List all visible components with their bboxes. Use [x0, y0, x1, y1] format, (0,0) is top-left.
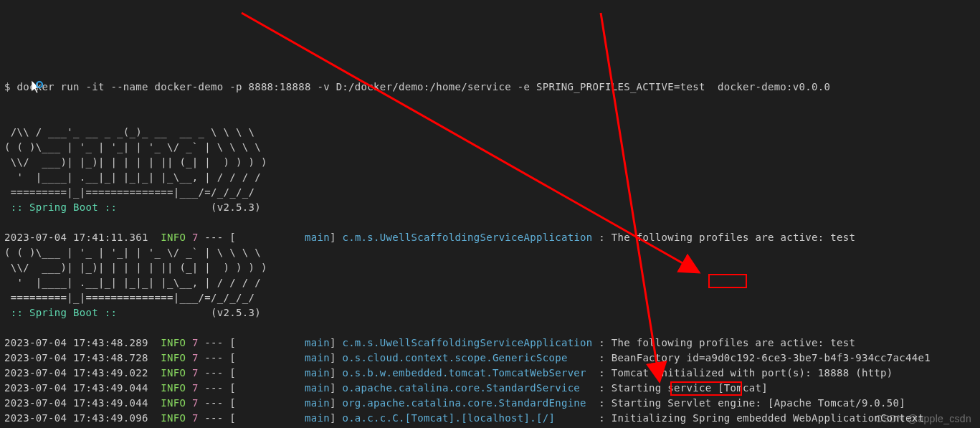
spring-version-1: (v2.5.3) — [211, 201, 261, 213]
spring-boot-label-2: :: Spring Boot :: — [4, 307, 123, 318]
prompt-symbol: $ — [4, 81, 16, 92]
log-level: INFO — [161, 232, 186, 243]
watermark: CSDN @apple_csdn — [875, 412, 971, 427]
spring-ascii-banner-1: /\\ / ___'_ __ _ _(_)_ __ __ _ \ \ \ \ (… — [4, 126, 267, 198]
log-line: 2023-07-04 17:43:48.289 INFO 7 --- [ mai… — [4, 337, 855, 348]
spring-ascii-banner-2: ( ( )\___ | '_ | '_| | '_ \/ _` | \ \ \ … — [4, 247, 267, 303]
log-logger: c.m.s.UwellScaffoldingServiceApplication — [342, 232, 592, 243]
command-line: $ docker run -it --name docker-demo -p 8… — [4, 81, 830, 92]
log-line: 2023-07-04 17:43:49.022 INFO 7 --- [ mai… — [4, 367, 893, 379]
log-line: 2023-07-04 17:43:49.044 INFO 7 --- [ mai… — [4, 397, 905, 409]
spring-boot-label-1: :: Spring Boot :: — [4, 201, 123, 213]
log-thread: main — [305, 232, 330, 243]
log-pid: 7 — [192, 232, 199, 243]
spring-version-2: (v2.5.3) — [211, 307, 261, 318]
log-line: 2023-07-04 17:43:49.044 INFO 7 --- [ mai… — [4, 382, 768, 394]
log-line: 2023-07-04 17:43:49.096 INFO 7 --- [ mai… — [4, 412, 924, 424]
log-line: 2023-07-04 17:43:48.728 INFO 7 --- [ mai… — [4, 352, 931, 363]
terminal-output: $ docker run -it --name docker-demo -p 8… — [4, 65, 976, 428]
log-ts: 2023-07-04 17:41:11.361 — [4, 232, 148, 243]
docker-command: docker run -it --name docker-demo -p 888… — [16, 81, 830, 92]
log-msg: : The following profiles are active: tes… — [593, 232, 856, 243]
